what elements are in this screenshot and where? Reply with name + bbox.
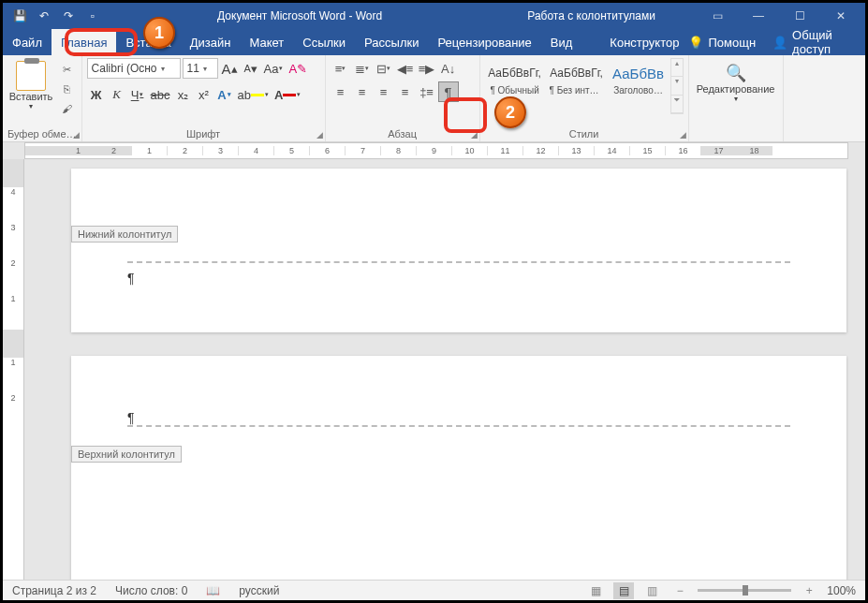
clipboard-icon [16,61,46,91]
paragraph-launcher-icon[interactable]: ◢ [471,130,478,140]
document-area[interactable]: Нижний колонтитул ¶ ¶ Верхний колонтитул [24,159,865,580]
highlight-button[interactable]: ab▾ [236,84,271,105]
style-heading1[interactable]: АаБбВв Заголово… [609,58,669,114]
header-area[interactable]: ¶ Верхний колонтитул [71,393,846,453]
text-effects-button[interactable]: A▾ [215,84,234,105]
qat-more-icon[interactable]: ▫ [85,8,100,23]
group-paragraph: ≡▾ ≣▾ ⊟▾ ◀≡ ≡▶ A↓ ≡ ≡ ≡ ≡ ‡≡ ¶ Абзац ◢ [326,55,480,141]
status-page[interactable]: Страница 2 из 2 [12,584,96,597]
header-label: Верхний колонтитул [71,446,182,463]
lightbulb-icon: 💡 [688,36,703,50]
numbering-button[interactable]: ≣▾ [352,58,373,79]
maximize-icon[interactable]: ☐ [785,9,815,22]
zoom-in-button[interactable]: + [799,582,819,599]
decrease-indent-button[interactable]: ◀≡ [395,58,416,79]
subscript-button[interactable]: x₂ [174,84,193,105]
font-color-button[interactable]: A▾ [272,84,302,105]
tab-review[interactable]: Рецензирование [428,29,540,55]
show-pilcrow-button[interactable]: ¶ [438,81,459,102]
status-words[interactable]: Число слов: 0 [115,584,187,597]
tab-mailings[interactable]: Рассылки [355,29,428,55]
annotation-callout-1: 1 [143,17,175,49]
italic-button[interactable]: К [108,84,126,105]
undo-icon[interactable]: ↶ [37,8,51,23]
page-2: ¶ Верхний колонтитул [71,356,846,580]
superscript-button[interactable]: x² [195,84,213,105]
copy-icon[interactable]: ⎘ [57,81,76,97]
status-bar: Страница 2 из 2 Число слов: 0 📖 русский … [3,580,865,600]
minimize-icon[interactable]: — [743,9,773,22]
read-mode-icon[interactable]: ▦ [585,582,606,599]
group-font: Calibri (Осно▾ 11▾ A▴ A▾ Aa▾ A✎ Ж К Ч▾ a… [82,55,326,141]
find-icon: 🔍 [726,63,746,83]
pilcrow-mark: ¶ [127,263,790,286]
tab-design[interactable]: Дизайн [181,29,241,55]
clipboard-launcher-icon[interactable]: ◢ [73,130,80,140]
status-proofing-icon[interactable]: 📖 [206,584,220,597]
styles-scroll[interactable]: ▴▾⏷ [670,58,684,114]
strike-button[interactable]: abc [149,84,172,105]
editing-button[interactable]: 🔍 Редактирование ▾ [694,58,778,103]
bullets-button[interactable]: ≡▾ [331,58,351,79]
tab-view[interactable]: Вид [541,29,582,55]
vertical-ruler[interactable]: 4321 12 [3,159,24,580]
group-label-clipboard: Буфер обме… [7,126,77,141]
zoom-level[interactable]: 100% [827,584,856,597]
style-no-spacing[interactable]: АаБбВвГг, ¶ Без инте… [547,58,607,114]
format-painter-icon[interactable]: 🖌 [57,100,76,117]
align-left-button[interactable]: ≡ [331,81,351,102]
tab-file[interactable]: Файл [3,29,51,55]
workspace: 4321 12 Нижний колонтитул ¶ ¶ Верхний ко… [3,159,865,580]
group-label-paragraph: Абзац [331,126,475,141]
horizontal-ruler[interactable]: 12 1234 5678 9101112 13141516 1718 [24,142,848,159]
font-name-combo[interactable]: Calibri (Осно▾ [87,58,181,79]
grow-font-button[interactable]: A▴ [220,58,240,79]
line-spacing-button[interactable]: ‡≡ [417,81,437,102]
multilevel-button[interactable]: ⊟▾ [374,58,394,79]
cut-icon[interactable]: ✂ [57,61,76,78]
shrink-font-button[interactable]: A▾ [242,58,260,79]
group-editing: 🔍 Редактирование ▾ [689,55,784,141]
annotation-callout-2: 2 [494,96,526,128]
window-controls: ▭ — ☐ ✕ [693,9,865,22]
page-1: Нижний колонтитул ¶ [71,169,846,332]
align-right-button[interactable]: ≡ [374,81,394,102]
ribbon: Вставить ▾ ✂ ⎘ 🖌 Буфер обме… ◢ Calibri (… [3,55,865,142]
title-bar: 💾 ↶ ↷ ▫ Документ Microsoft Word - Word Р… [3,3,865,29]
bold-button[interactable]: Ж [87,84,106,105]
font-launcher-icon[interactable]: ◢ [316,130,323,140]
share-icon: 👤 [772,36,787,50]
clear-format-button[interactable]: A✎ [287,58,309,79]
underline-button[interactable]: Ч▾ [128,84,147,105]
align-center-button[interactable]: ≡ [352,81,373,102]
styles-launcher-icon[interactable]: ◢ [680,130,686,140]
tell-me-button[interactable]: 💡Помощн [688,36,756,50]
justify-button[interactable]: ≡ [395,81,416,102]
group-label-styles: Стили [485,126,684,141]
close-icon[interactable]: ✕ [826,9,856,22]
group-label-font: Шрифт [87,126,320,141]
quick-access-toolbar: 💾 ↶ ↷ ▫ [3,8,110,23]
zoom-out-button[interactable]: − [669,582,690,599]
ruler-area: 12 1234 5678 9101112 13141516 1718 [3,142,865,159]
zoom-slider[interactable] [698,589,791,592]
group-clipboard: Вставить ▾ ✂ ⎘ 🖌 Буфер обме… ◢ [3,55,82,141]
status-language[interactable]: русский [239,584,279,597]
share-button[interactable]: 👤Общий доступ [772,28,851,56]
context-tab-title: Работа с колонтитулами [490,9,693,22]
tab-layout[interactable]: Макет [240,29,293,55]
web-layout-icon[interactable]: ▥ [641,582,662,599]
change-case-button[interactable]: Aa▾ [262,58,286,79]
paste-button[interactable]: Вставить ▾ [7,58,54,110]
tab-home[interactable]: Главная [51,29,116,55]
footer-area[interactable]: Нижний колонтитул ¶ [71,235,846,295]
increase-indent-button[interactable]: ≡▶ [417,58,437,79]
tab-constructor[interactable]: Конструктор [600,29,688,55]
redo-icon[interactable]: ↷ [61,8,76,23]
font-size-combo[interactable]: 11▾ [183,58,218,79]
tab-references[interactable]: Ссылки [293,29,355,55]
ribbon-options-icon[interactable]: ▭ [702,9,732,22]
print-layout-icon[interactable]: ▤ [613,582,634,599]
save-icon[interactable]: 💾 [12,8,27,23]
sort-button[interactable]: A↓ [438,58,459,79]
